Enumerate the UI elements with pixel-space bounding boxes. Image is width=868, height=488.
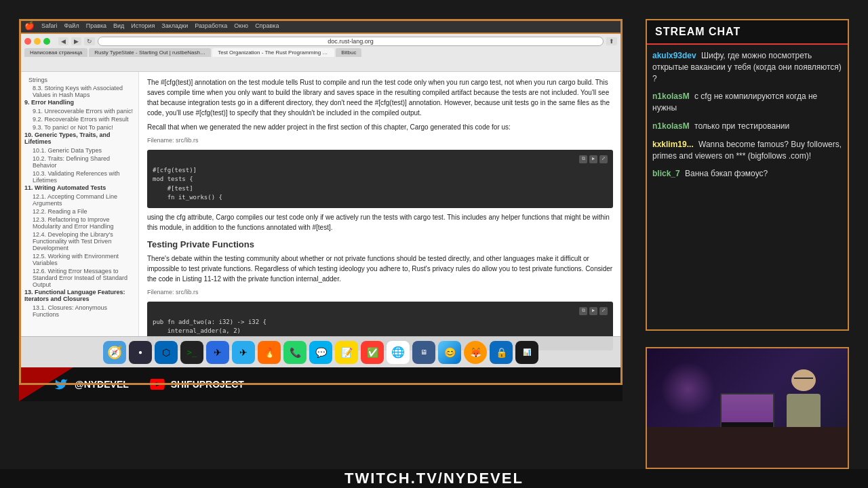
dock-rdm[interactable]: 🖥: [412, 341, 435, 364]
dock-whatsapp[interactable]: 📞: [283, 341, 307, 364]
person-glasses: [794, 378, 813, 383]
dock-hotspot[interactable]: 🔥: [258, 341, 281, 364]
doc-section-title: Testing Private Functions: [147, 238, 613, 251]
play-button-2[interactable]: ▶: [589, 307, 597, 315]
sidebar-item-readfile[interactable]: 12.2. Reading a File: [24, 207, 134, 216]
brand-text: TWITCH.TV/NYDEVEL: [344, 470, 524, 487]
apple-menu[interactable]: 🍎: [24, 21, 35, 30]
sidebar-item-functional[interactable]: 13. Functional Language Features: Iterat…: [24, 289, 134, 302]
doc-para-2: Recall that when we generated the new ad…: [147, 122, 613, 132]
doc-para-4: There's debate within the testing commun…: [147, 253, 613, 284]
browser-chrome: ◀ ▶ ↻ ⬆ Написовая страница Rusty TypeSta…: [20, 34, 621, 72]
red-stripe-decoration: [19, 367, 73, 401]
copy-button-2[interactable]: ⧉: [579, 307, 587, 315]
chat-username-3: kxklim19...: [652, 140, 694, 149]
dock-1password[interactable]: 🔒: [490, 341, 513, 364]
chat-username-0: akulx93dev: [652, 51, 696, 60]
chat-text-2: только при тестировании: [694, 121, 789, 131]
expand-button-2[interactable]: ⤢: [599, 307, 608, 315]
menu-safari[interactable]: Safari: [41, 22, 58, 29]
youtube-handle: SHIFUPROJECT: [149, 376, 244, 392]
dock-vscode[interactable]: ⬡: [155, 341, 178, 364]
sidebar-item-generics[interactable]: 10. Generic Types, Traits, and Lifetimes: [24, 131, 134, 145]
sidebar-item-traits[interactable]: 10.2. Traits: Defining Shared Behavior: [24, 155, 134, 169]
sidebar-item-envvars[interactable]: 12.5. Working with Environment Variables: [24, 252, 134, 267]
dock-sysperf[interactable]: 📊: [515, 341, 538, 364]
sidebar-item-refactor[interactable]: 12.3. Refactoring to Improve Modularity …: [24, 216, 134, 230]
dock-notes[interactable]: 📝: [335, 341, 358, 364]
tab-2[interactable]: Test Organization - The Rust Programming…: [212, 48, 334, 57]
mac-menubar: 🍎 Safari Файл Правка Вид История Закладк…: [19, 19, 623, 33]
url-bar[interactable]: [98, 37, 604, 46]
webcam-monitor-screen: [722, 394, 773, 422]
sidebar-item-result[interactable]: 9.2. Recoverable Errors with Result: [24, 115, 134, 123]
sidebar-item-closures[interactable]: 13.1. Closures: Anonymous Functions: [24, 304, 134, 319]
sidebar-item-tests[interactable]: 11. Writing Automated Tests: [24, 184, 134, 191]
sidebar-item-strings[interactable]: Strings: [24, 76, 134, 84]
chat-title: STREAM CHAT: [655, 26, 741, 38]
close-button[interactable]: [24, 38, 31, 45]
chat-message-3: kxklim19... Wanna become famous? Buy fol…: [652, 139, 842, 162]
dock-chrome[interactable]: 🌐: [387, 341, 410, 364]
doc-filename-2: Filename: src/lib.rs: [147, 288, 613, 298]
youtube-icon: [149, 376, 165, 392]
minimize-button[interactable]: [34, 38, 41, 45]
dock-reminders[interactable]: ✅: [361, 341, 384, 364]
sidebar-item-lifetimes[interactable]: 10.3. Validating References with Lifetim…: [24, 169, 134, 184]
menu-window[interactable]: Окно: [234, 22, 248, 29]
chat-message-0: akulx93dev Шифу, где можно посмотреть от…: [652, 50, 842, 84]
sidebar-item-cmdargs[interactable]: 12.1. Accepting Command Line Arguments: [24, 192, 134, 207]
play-button-1[interactable]: ▶: [589, 155, 597, 163]
chat-message-4: blick_7 Ванна бэкап фэмоус?: [652, 168, 842, 180]
chat-message-1: n1kolasM c cfg не компилируются когда не…: [652, 91, 842, 114]
sidebar-item-topanic[interactable]: 9.3. To panic! or Not To panic!: [24, 123, 134, 131]
social-bar: @NYDEVEL SHIFUPROJECT: [19, 367, 623, 401]
menu-view[interactable]: Вид: [113, 22, 124, 29]
share-button[interactable]: ⬆: [606, 37, 617, 45]
menu-history[interactable]: История: [131, 22, 155, 29]
back-button[interactable]: ◀: [58, 37, 68, 45]
dock-mail[interactable]: ✈: [206, 341, 229, 364]
menu-file[interactable]: Файл: [64, 22, 79, 29]
sidebar-item-devlib[interactable]: 12.4. Developing the Library's Functiona…: [24, 230, 134, 252]
twitter-username: @NYDEVEL: [75, 379, 129, 390]
sidebar-item-generic-types[interactable]: 10.1. Generic Data Types: [24, 146, 134, 155]
tab-1[interactable]: Rusty TypeState - Starting Out | rustbeN…: [89, 48, 211, 57]
sidebar-item-stderr[interactable]: 12.6. Writing Error Messages to Standard…: [24, 267, 134, 289]
youtube-username: SHIFUPROJECT: [171, 379, 244, 390]
sidebar-item-panic[interactable]: 9.1. Unrecoverable Errors with panic!: [24, 107, 134, 115]
menu-dev[interactable]: Разработка: [195, 22, 227, 29]
chat-panel: STREAM CHAT akulx93dev Шифу, где можно п…: [646, 19, 849, 331]
doc-para-1: The #[cfg(test)] annotation on the test …: [147, 77, 613, 118]
maximize-button[interactable]: [43, 38, 50, 45]
doc-para-3: using the cfg attribute, Cargo compiles …: [147, 212, 613, 232]
chat-username-2: n1kolasM: [652, 121, 690, 131]
dock-finder[interactable]: 😊: [438, 341, 461, 364]
dock: 🧭 ● ⬡ >_ ✈ ✈ 🔥 📞 💬 📝 ✅ 🌐 🖥 😊 🦊 🔒 📊: [19, 336, 623, 367]
webcam-person: [780, 369, 827, 430]
tab-3[interactable]: Bitbuc: [336, 48, 361, 57]
dock-firefox[interactable]: 🦊: [464, 341, 487, 364]
reload-button[interactable]: ↻: [84, 37, 95, 45]
expand-button-1[interactable]: ⤢: [599, 155, 608, 163]
dock-skype[interactable]: 💬: [309, 341, 332, 364]
code-block-1: ⧉ ▶ ⤢ #[cfg(test)] mod tests { #[test] f…: [147, 150, 613, 208]
dock-telegram[interactable]: ✈: [232, 341, 255, 364]
dock-safari[interactable]: 🧭: [103, 341, 126, 364]
webcam-light: [660, 362, 715, 416]
person-head: [791, 369, 816, 391]
menu-help[interactable]: Справка: [255, 22, 279, 29]
forward-button[interactable]: ▶: [71, 37, 81, 45]
dock-obs[interactable]: ●: [129, 341, 152, 364]
sidebar-item-error[interactable]: 9. Error Handling: [24, 99, 134, 106]
chat-username-4: blick_7: [652, 169, 680, 178]
chat-text-4: Ванна бэкап фэмоус?: [685, 169, 768, 178]
menu-bookmarks[interactable]: Закладки: [161, 22, 188, 29]
bottom-bar: TWITCH.TV/NYDEVEL: [0, 469, 868, 488]
tab-0[interactable]: Написовая страница: [24, 48, 87, 57]
copy-button-1[interactable]: ⧉: [579, 155, 587, 163]
chat-messages[interactable]: akulx93dev Шифу, где можно посмотреть от…: [647, 45, 848, 325]
dock-terminal[interactable]: >_: [180, 341, 203, 364]
menu-edit[interactable]: Правка: [86, 22, 106, 29]
sidebar-item-hashmap[interactable]: 8.3. Storing Keys with Associated Values…: [24, 84, 134, 99]
